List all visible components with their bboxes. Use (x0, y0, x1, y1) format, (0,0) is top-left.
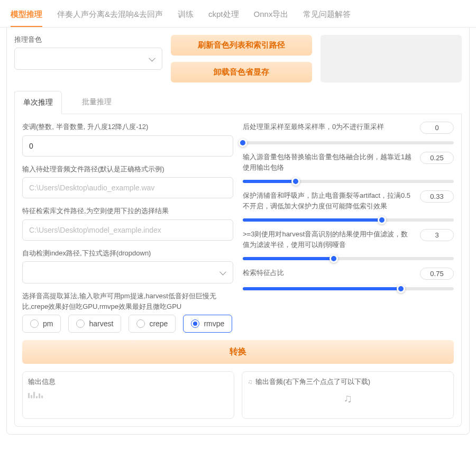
single-infer-panel: 变调(整数, 半音数量, 升八度12降八度-12) 输入待处理音频文件路径(默认… (14, 114, 462, 427)
tab-model-infer[interactable]: 模型推理 (11, 4, 42, 27)
radio-icon (191, 319, 199, 328)
timbre-info-placeholder (321, 35, 462, 83)
protect-value: 0.33 (420, 190, 454, 203)
slider-thumb[interactable] (397, 285, 405, 293)
auto-index-dropdown[interactable] (22, 261, 233, 283)
index-rate-value: 0.75 (420, 268, 454, 280)
header-row: 推理音色 刷新音色列表和索引路径 卸载音色省显存 (14, 35, 462, 83)
top-tab-bar: 模型推理 伴奏人声分离&去混响&去回声 训练 ckpt处理 Onnx导出 常见问… (0, 0, 476, 28)
algo-radio-rmvpe[interactable]: rmvpe (183, 315, 232, 333)
unload-timbre-button[interactable]: 卸载音色省显存 (171, 62, 312, 83)
timbre-label: 推理音色 (14, 35, 162, 44)
inner-tab-single[interactable]: 单次推理 (14, 91, 62, 114)
tab-onnx[interactable]: Onnx导出 (254, 4, 289, 27)
timbre-dropdown[interactable] (14, 48, 162, 70)
slider-thumb[interactable] (239, 139, 247, 147)
pitch-label: 变调(整数, 半音数量, 升八度12降八度-12) (22, 122, 233, 132)
music-note-icon: ♫ (248, 378, 252, 386)
radio-icon (136, 319, 145, 328)
resample-value: 0 (420, 122, 454, 134)
algo-radio-harvest[interactable]: harvest (68, 315, 121, 333)
output-info-box: 输出信息 (22, 371, 234, 419)
resample-slider[interactable] (243, 141, 454, 144)
rms-label: 输入源音量包络替换输出音量包络融合比例，越靠近1越使用输出包络 (243, 152, 414, 172)
refresh-timbre-button[interactable]: 刷新音色列表和索引路径 (171, 35, 312, 56)
filter-slider[interactable] (243, 257, 454, 260)
index-path-input[interactable] (22, 219, 233, 241)
protect-slider[interactable] (243, 218, 454, 222)
tab-train[interactable]: 训练 (178, 4, 194, 27)
resample-label: 后处理重采样至最终采样率，0为不进行重采样 (243, 122, 414, 132)
output-info-label: 输出信息 (28, 377, 228, 387)
algo-radio-crepe[interactable]: crepe (129, 315, 176, 333)
radio-icon (30, 319, 39, 328)
output-audio-label: 输出音频(右下角三个点点了可以下载) (255, 377, 370, 387)
algo-radio-pm[interactable]: pm (22, 315, 61, 333)
slider-thumb[interactable] (329, 254, 338, 263)
radio-icon (76, 319, 85, 328)
algo-label: 选择音高提取算法,输入歌声可用pm提速,harvest低音好但巨慢无比,crep… (22, 291, 233, 311)
filter-label: >=3则使用对harvest音高识别的结果使用中值滤波，数值为滤波半径，使用可以… (243, 229, 414, 250)
inner-tab-batch[interactable]: 批量推理 (74, 91, 120, 114)
slider-thumb[interactable] (291, 177, 300, 186)
index-rate-label: 检索特征占比 (243, 268, 414, 278)
algo-radio-group: pm harvest crepe rmvpe (22, 315, 233, 333)
tab-vocal-sep[interactable]: 伴奏人声分离&去混响&去回声 (57, 4, 163, 27)
music-placeholder-icon: ♫ (343, 392, 352, 406)
filter-value: 3 (420, 229, 454, 241)
auto-index-label: 自动检测index路径,下拉式选择(dropdown) (22, 248, 233, 259)
output-audio-box: ♫ 输出音频(右下角三个点点了可以下载) ♫ (242, 371, 454, 419)
index-rate-slider[interactable] (243, 287, 454, 290)
slider-thumb[interactable] (378, 216, 386, 224)
index-path-label: 特征检索库文件路径,为空则使用下拉的选择结果 (22, 206, 233, 216)
tab-faq[interactable]: 常见问题解答 (303, 4, 351, 27)
output-info-placeholder-icon (28, 391, 228, 398)
protect-label: 保护清辅音和呼吸声，防止电音撕裂等artifact，拉满0.5不开启，调低加大保… (243, 190, 414, 211)
inner-tab-bar: 单次推理 批量推理 (14, 91, 462, 114)
rms-slider[interactable] (243, 180, 454, 183)
tab-ckpt[interactable]: ckpt处理 (208, 4, 239, 27)
pitch-input[interactable] (22, 135, 233, 157)
rms-value: 0.25 (420, 152, 454, 164)
audio-path-label: 输入待处理音频文件路径(默认是正确格式示例) (22, 164, 233, 175)
audio-path-input[interactable] (22, 177, 233, 198)
convert-button[interactable]: 转换 (22, 340, 454, 364)
